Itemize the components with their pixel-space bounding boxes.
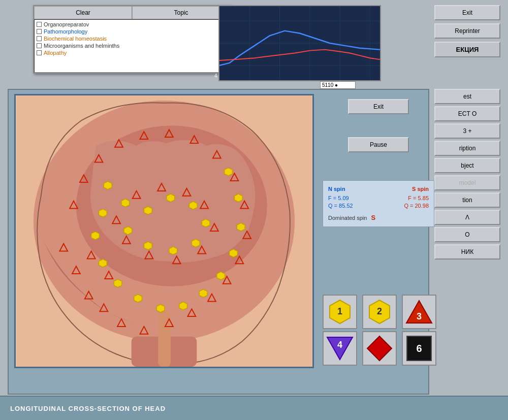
right-side-panel: est ECT O 3 + ription bject model tion Λ… — [434, 89, 500, 260]
y-label-4: 4 — [214, 73, 224, 79]
s-spin-label: S spin — [412, 186, 429, 192]
symbol-btn-4[interactable]: 4 — [323, 331, 357, 366]
topic-list: OrganopreparatovPathomorphologyBiochemic… — [34, 19, 230, 73]
topic-checkbox-0[interactable] — [37, 22, 42, 27]
pause-button[interactable]: Pause — [348, 137, 409, 152]
o-button[interactable]: О — [434, 227, 500, 242]
svg-marker-64 — [199, 289, 207, 298]
svg-marker-61 — [134, 295, 142, 303]
n-q-value: Q = 85.52 — [328, 203, 353, 209]
topic-checkbox-4[interactable] — [37, 50, 42, 55]
svg-text:1: 1 — [337, 306, 342, 316]
topic-label-4: Allopathy — [44, 50, 67, 56]
svg-marker-78 — [367, 336, 392, 361]
y-label-6: 6 — [214, 33, 224, 39]
topic-button[interactable]: Topic — [132, 6, 230, 19]
brain-svg — [16, 95, 312, 367]
svg-marker-65 — [217, 272, 225, 280]
svg-marker-60 — [114, 279, 122, 287]
svg-marker-68 — [234, 194, 242, 202]
exit-mid-area: Exit — [325, 99, 432, 114]
pause-area: Pause — [323, 137, 434, 152]
brain-image-panel — [14, 94, 314, 368]
info-panel: N spin S spin F = 5.09 F = 5.85 Q = 85.5… — [323, 180, 434, 227]
svg-marker-55 — [144, 242, 152, 250]
dominated-label: Dominated spin — [328, 215, 367, 221]
graph-y-labels: 6 5 4 — [214, 33, 224, 79]
symbol-btn-1[interactable]: 1 — [323, 295, 357, 329]
n-spin-label: N spin — [328, 186, 345, 192]
svg-marker-63 — [179, 302, 187, 310]
topic-checkbox-2[interactable] — [37, 36, 42, 41]
symbol-btn-5[interactable] — [362, 331, 397, 366]
svg-marker-59 — [99, 259, 107, 267]
exit-mid-button[interactable]: Exit — [348, 99, 409, 114]
svg-marker-56 — [124, 227, 132, 235]
right-top-panel: Exit Reprinter ЕКЦИЯ — [434, 5, 500, 57]
model-button[interactable]: model — [434, 175, 500, 190]
description-button[interactable]: ription — [434, 141, 500, 156]
svg-marker-69 — [225, 168, 233, 176]
svg-marker-54 — [169, 247, 177, 255]
svg-marker-58 — [91, 232, 100, 240]
svg-text:2: 2 — [377, 306, 382, 316]
topic-checkbox-3[interactable] — [37, 43, 42, 48]
topic-item-1[interactable]: Pathomorphology — [36, 28, 229, 35]
bottom-label: LONGITUDINAL CROSS-SECTION OF HEAD — [10, 405, 166, 412]
symbol-btn-3[interactable]: 3 — [402, 295, 436, 329]
y-label-5: 5 — [214, 53, 224, 59]
svg-marker-48 — [121, 199, 130, 207]
s-q-value: Q = 20.98 — [404, 203, 429, 209]
svg-marker-51 — [189, 202, 197, 210]
svg-marker-52 — [202, 219, 210, 227]
test-button[interactable]: est — [434, 89, 500, 104]
svg-text:3: 3 — [417, 311, 422, 321]
action-button[interactable]: tion — [434, 192, 500, 208]
clear-button[interactable]: Clear — [34, 6, 132, 19]
topic-label-3: Microorganisms and helminths — [44, 43, 119, 49]
topic-window: Clear Topic OrganopreparatovPathomorphol… — [33, 5, 231, 74]
topic-label-2: Biochemical homeostasis — [44, 36, 107, 42]
topic-item-4[interactable]: Allopathy — [36, 49, 229, 56]
svg-text:6: 6 — [416, 343, 422, 354]
exit-top-button[interactable]: Exit — [434, 5, 500, 20]
section-button[interactable]: ЕКЦИЯ — [434, 42, 500, 57]
topic-item-3[interactable]: Microorganisms and helminths — [36, 42, 229, 49]
svg-marker-47 — [104, 181, 112, 189]
bottom-bar: LONGITUDINAL CROSS-SECTION OF HEAD — [0, 396, 508, 420]
n-f-value: F = 5.09 — [328, 195, 349, 201]
plus3-button[interactable]: 3 + — [434, 123, 500, 139]
lambda-button[interactable]: Λ — [434, 210, 500, 225]
object-button[interactable]: bject — [434, 158, 500, 173]
svg-marker-53 — [192, 239, 200, 247]
topic-label-1: Pathomorphology — [44, 28, 87, 35]
topic-item-2[interactable]: Biochemical homeostasis — [36, 35, 229, 42]
graph-svg — [219, 6, 380, 80]
svg-marker-62 — [156, 304, 165, 312]
svg-marker-66 — [230, 249, 238, 257]
symbol-panel: 1 2 3 4 6 — [323, 295, 439, 366]
symbol-btn-2[interactable]: 2 — [362, 295, 397, 329]
svg-text:4: 4 — [337, 340, 342, 350]
svg-marker-67 — [237, 223, 245, 231]
svg-marker-49 — [144, 207, 152, 215]
ecto-button[interactable]: ECT O — [434, 106, 500, 121]
topic-toolbar: Clear Topic — [34, 6, 230, 19]
nik-button[interactable]: НИК — [434, 244, 500, 260]
symbol-btn-6[interactable]: 6 — [402, 331, 436, 366]
svg-marker-50 — [167, 194, 175, 202]
reprinter-button[interactable]: Reprinter — [434, 23, 500, 39]
s-f-value: F = 5.85 — [408, 195, 429, 201]
svg-marker-57 — [99, 209, 107, 217]
graph-area — [218, 5, 381, 81]
graph-dropdown[interactable]: 5110 ● — [320, 81, 356, 89]
topic-checkbox-1[interactable] — [37, 29, 42, 34]
dominated-value: S — [371, 214, 375, 221]
topic-label-0: Organopreparatov — [44, 21, 89, 27]
topic-item-0[interactable]: Organopreparatov — [36, 21, 229, 28]
